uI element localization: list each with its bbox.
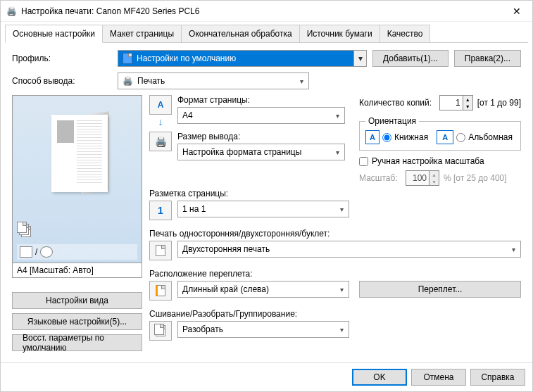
- output-size-icon: 🖨️: [149, 132, 172, 151]
- ok-button[interactable]: OK: [352, 369, 407, 386]
- page-size-select[interactable]: A4 ▾: [177, 107, 345, 124]
- manual-scale-checkbox[interactable]: [359, 157, 368, 166]
- view-settings-button[interactable]: Настройки вида: [12, 292, 142, 309]
- chevron-down-icon: ▾: [296, 75, 307, 87]
- chevron-down-icon: ▾: [353, 51, 366, 66]
- duplex-icon: [149, 241, 172, 260]
- layout-select[interactable]: 1 на 1 ▾: [177, 201, 349, 217]
- preview-tool-1[interactable]: [20, 246, 32, 258]
- print-settings-window: 🖨️ Настройка печати: Canon MF420 Series …: [0, 0, 533, 392]
- copies-input[interactable]: [440, 96, 463, 110]
- binding-button[interactable]: Переплет...: [359, 281, 521, 298]
- stack-icon: [17, 222, 37, 241]
- duplex-value: Двухсторонняя печать: [182, 244, 270, 254]
- preview-front-page: [51, 115, 108, 192]
- scale-input: [406, 171, 429, 185]
- orientation-group: Ориентация A Книжная A А: [359, 116, 521, 151]
- portrait-label: Книжная: [394, 132, 428, 142]
- chevron-down-icon: ▾: [336, 323, 347, 336]
- collate-value: Разобрать: [182, 324, 223, 334]
- collate-icon: [149, 321, 172, 341]
- page-size-icon: A: [149, 95, 172, 115]
- binding-label: Расположение переплета:: [149, 269, 521, 279]
- profile-value: Настройки по умолчанию: [137, 53, 236, 63]
- chevron-down-icon: ▾: [336, 283, 347, 296]
- close-icon[interactable]: ✕: [507, 6, 527, 17]
- tab-strip: Основные настройки Макет страницы Оконча…: [1, 22, 532, 42]
- tab-paper-source[interactable]: Источник бумаги: [299, 25, 380, 42]
- page-preview: /: [12, 95, 142, 263]
- duplex-select[interactable]: Двухсторонняя печать ▾: [177, 241, 521, 258]
- scale-spinner: ▲▼: [406, 170, 439, 186]
- reset-defaults-button[interactable]: Восст. параметры по умолчанию: [12, 334, 142, 351]
- output-value: Печать: [137, 76, 165, 86]
- output-size-select[interactable]: Настройка формата страницы ▾: [177, 144, 345, 160]
- edit-profile-button[interactable]: Правка(2)...: [454, 50, 521, 67]
- binding-value: Длинный край (слева): [182, 284, 269, 294]
- page-size-label: Формат страницы:: [177, 95, 345, 105]
- help-button[interactable]: Справка: [470, 369, 525, 386]
- output-size-value: Настройка формата страницы: [182, 147, 301, 157]
- chevron-down-icon: ▾: [508, 243, 519, 255]
- dialog-buttons: OK Отмена Справка: [1, 362, 532, 391]
- tab-basic[interactable]: Основные настройки: [5, 25, 103, 43]
- preview-caption: A4 [Масштаб: Авто]: [12, 263, 142, 278]
- profile-label: Профиль:: [12, 53, 118, 63]
- landscape-label: Альбомная: [468, 132, 513, 142]
- titlebar: 🖨️ Настройка печати: Canon MF420 Series …: [1, 1, 532, 22]
- output-size-label: Размер вывода:: [177, 132, 345, 141]
- copies-spinner[interactable]: ▲▼: [439, 95, 473, 110]
- spin-up-icon[interactable]: ▲: [463, 96, 472, 103]
- copies-range: [от 1 до 99]: [477, 98, 521, 108]
- tab-finishing[interactable]: Окончательная обработка: [181, 25, 300, 42]
- scale-range: % [от 25 до 400]: [444, 173, 507, 183]
- collate-select[interactable]: Разобрать ▾: [177, 321, 349, 338]
- layout-icon: 1: [149, 201, 172, 220]
- profile-icon: [123, 53, 132, 64]
- scale-label: Масштаб:: [359, 173, 401, 183]
- output-select[interactable]: 🖨️ Печать ▾: [118, 72, 309, 89]
- chevron-down-icon: ▾: [332, 109, 343, 122]
- tab-page-layout[interactable]: Макет страницы: [102, 25, 182, 42]
- output-label: Способ вывода:: [12, 76, 118, 86]
- panel-basic: Профиль: Настройки по умолчанию ▾ Добави…: [5, 42, 528, 358]
- preview-toolbar: /: [17, 244, 137, 260]
- binding-select[interactable]: Длинный край (слева) ▾: [177, 281, 349, 298]
- language-settings-button[interactable]: Языковые настройки(5)...: [12, 313, 142, 330]
- arrow-down-icon: ↓: [158, 116, 163, 127]
- landscape-icon: A: [437, 130, 453, 144]
- copies-label: Количество копий:: [359, 98, 435, 108]
- collate-label: Сшивание/Разобрать/Группирование:: [149, 309, 521, 319]
- chevron-down-icon: ▾: [332, 146, 343, 158]
- printer-small-icon: 🖨️: [123, 76, 133, 86]
- layout-label: Разметка страницы:: [149, 189, 521, 198]
- cancel-button[interactable]: Отмена: [411, 369, 466, 386]
- preview-tool-2[interactable]: [40, 246, 53, 258]
- portrait-radio[interactable]: [382, 133, 391, 142]
- portrait-icon: A: [365, 130, 380, 144]
- manual-scale-label: Ручная настройка масштаба: [372, 156, 484, 166]
- layout-value: 1 на 1: [182, 204, 206, 214]
- binding-icon: [149, 281, 172, 301]
- spin-down-icon[interactable]: ▼: [463, 103, 472, 110]
- page-size-value: A4: [182, 110, 193, 120]
- tab-quality[interactable]: Качество: [380, 25, 431, 42]
- profile-select[interactable]: Настройки по умолчанию ▾: [118, 50, 367, 67]
- slash-icon: /: [35, 247, 37, 257]
- landscape-radio[interactable]: [456, 133, 465, 142]
- window-title: Настройка печати: Canon MF420 Series PCL…: [21, 6, 507, 16]
- printer-icon: 🖨️: [6, 6, 17, 16]
- duplex-label: Печать односторонняя/двухсторонняя/букле…: [149, 229, 521, 239]
- chevron-down-icon: ▾: [336, 203, 347, 215]
- add-profile-button[interactable]: Добавить(1)...: [372, 50, 449, 67]
- orientation-legend: Ориентация: [365, 116, 419, 126]
